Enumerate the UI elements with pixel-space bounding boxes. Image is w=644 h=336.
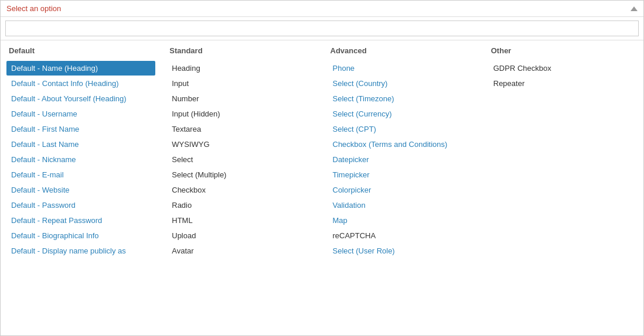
standard-column-header: Standard <box>167 46 316 55</box>
advanced-column-header: Advanced <box>328 46 477 55</box>
list-item[interactable]: GDPR Checkbox <box>489 61 638 76</box>
standard-items-list: HeadingInputNumberInput (Hidden)Textarea… <box>167 61 316 258</box>
list-item[interactable]: Default - Display name publicly as <box>6 244 155 258</box>
other-column: Other GDPR CheckboxRepeater <box>483 46 643 259</box>
search-bar <box>1 17 643 40</box>
list-item[interactable]: WYSIWYG <box>167 137 316 152</box>
search-input[interactable] <box>5 20 639 36</box>
list-item[interactable]: Textarea <box>167 122 316 136</box>
list-item[interactable]: Colorpicker <box>328 183 477 197</box>
list-item[interactable]: Default - E-mail <box>6 167 155 182</box>
list-item[interactable]: Repeater <box>489 76 638 91</box>
header-title: Select an option <box>6 4 61 13</box>
list-item[interactable]: HTML <box>167 213 316 228</box>
list-item[interactable]: Datepicker <box>328 152 477 167</box>
dropdown-panel: Select an option Default Default - Name … <box>0 0 644 336</box>
list-item[interactable]: Radio <box>167 198 316 212</box>
other-column-header: Other <box>489 46 638 55</box>
list-item[interactable]: Default - Website <box>6 183 155 197</box>
list-item[interactable]: Select (Country) <box>328 76 477 91</box>
list-item[interactable]: Avatar <box>167 244 316 258</box>
advanced-column: Advanced PhoneSelect (Country)Select (Ti… <box>322 46 483 259</box>
list-item[interactable]: Default - Last Name <box>6 137 155 152</box>
list-item[interactable]: Default - Contact Info (Heading) <box>6 76 155 91</box>
list-item[interactable]: Default - First Name <box>6 122 155 136</box>
default-column: Default Default - Name (Heading)Default … <box>1 46 161 259</box>
list-item[interactable]: Default - Nickname <box>6 152 155 167</box>
list-item[interactable]: Default - Biographical Info <box>6 228 155 243</box>
list-item[interactable]: Select (Timezone) <box>328 91 477 106</box>
list-item[interactable]: Checkbox <box>167 183 316 197</box>
list-item[interactable]: Default - Username <box>6 107 155 121</box>
chevron-up-icon[interactable] <box>631 6 638 11</box>
header-bar: Select an option <box>1 1 643 17</box>
list-item[interactable]: Default - Repeat Password <box>6 213 155 228</box>
default-column-header: Default <box>6 46 155 55</box>
list-item[interactable]: Checkbox (Terms and Conditions) <box>328 137 477 152</box>
list-item[interactable]: Select (Multiple) <box>167 167 316 182</box>
list-item[interactable]: Input (Hidden) <box>167 107 316 121</box>
default-items-list: Default - Name (Heading)Default - Contac… <box>6 61 155 258</box>
list-item[interactable]: Timepicker <box>328 167 477 182</box>
list-item[interactable]: Select (Currency) <box>328 107 477 121</box>
list-item[interactable]: Default - Password <box>6 198 155 212</box>
columns-container: Default Default - Name (Heading)Default … <box>1 40 643 265</box>
list-item[interactable]: Select (CPT) <box>328 122 477 136</box>
list-item[interactable]: Validation <box>328 198 477 212</box>
list-item[interactable]: reCAPTCHA <box>328 228 477 243</box>
list-item[interactable]: Select <box>167 152 316 167</box>
standard-column: Standard HeadingInputNumberInput (Hidden… <box>161 46 322 259</box>
list-item[interactable]: Input <box>167 76 316 91</box>
list-item[interactable]: Upload <box>167 228 316 243</box>
list-item[interactable]: Number <box>167 91 316 106</box>
list-item[interactable]: Phone <box>328 61 477 76</box>
list-item[interactable]: Select (User Role) <box>328 244 477 258</box>
list-item[interactable]: Default - About Yourself (Heading) <box>6 91 155 106</box>
list-item[interactable]: Heading <box>167 61 316 76</box>
list-item[interactable]: Default - Name (Heading) <box>6 61 155 76</box>
advanced-items-list: PhoneSelect (Country)Select (Timezone)Se… <box>328 61 477 258</box>
list-item[interactable]: Map <box>328 213 477 228</box>
other-items-list: GDPR CheckboxRepeater <box>489 61 638 91</box>
